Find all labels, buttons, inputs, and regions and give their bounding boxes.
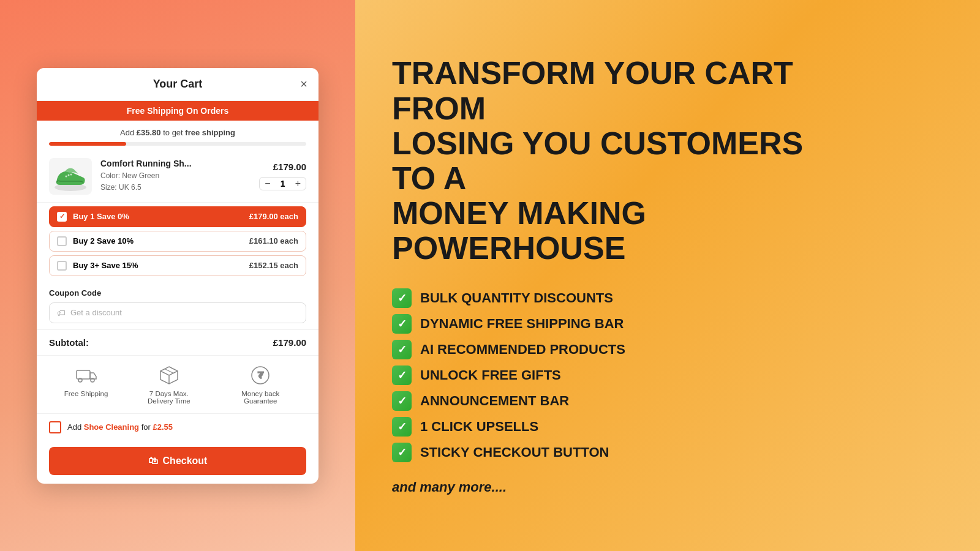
cart-item-section: Comfort Running Sh... Color: New Green S…	[37, 151, 318, 203]
shipping-progress-area: Add £35.80 to get free shipping	[37, 121, 318, 151]
and-more: and many more....	[392, 479, 943, 495]
trust-badge-guarantee-label: Money back Guarantee	[230, 390, 291, 405]
feature-label-6: 1 CLICK UPSELLS	[420, 419, 538, 435]
bulk-option-1[interactable]: Buy 1 Save 0% £179.00 each	[49, 206, 306, 227]
headline-line2: LOSING YOU CUSTOMERS TO A	[392, 126, 803, 196]
feature-item-6: ✓ 1 CLICK UPSELLS	[392, 417, 943, 437]
feature-item-4: ✓ UNLOCK FREE GIFTS	[392, 365, 943, 385]
coupon-label: Coupon Code	[49, 288, 306, 298]
subtotal-section: Subtotal: £179.00	[37, 330, 318, 356]
svg-point-3	[70, 173, 72, 175]
color-label: Color:	[100, 171, 120, 180]
size-value: UK 6.5	[119, 183, 141, 192]
checkout-button[interactable]: 🛍 Checkout	[49, 447, 306, 475]
svg-text:₮: ₮	[258, 371, 264, 380]
item-price-qty: £179.00 − 1 +	[259, 162, 306, 190]
feature-item-5: ✓ ANNOUNCEMENT BAR	[392, 391, 943, 411]
cart-title: Your Cart	[153, 78, 203, 91]
item-price: £179.00	[273, 162, 306, 172]
check-icon-5: ✓	[392, 391, 412, 411]
feature-item-7: ✓ STICKY CHECKOUT BUTTON	[392, 443, 943, 462]
coupon-placeholder: Get a discount	[70, 308, 122, 317]
truck-icon	[75, 364, 97, 386]
bulk-option-1-label: Buy 1 Save 0%	[73, 212, 129, 221]
trust-badge-delivery-label: 7 Days Max. Delivery Time	[138, 390, 200, 405]
check-icon-6: ✓	[392, 417, 412, 437]
item-meta: Color: New Green Size: UK 6.5	[100, 170, 251, 193]
bulk-option-1-left: Buy 1 Save 0%	[57, 212, 129, 222]
headline-line1: TRANSFORM YOUR CART FROM	[392, 55, 793, 126]
bulk-option-3-left: Buy 3+ Save 15%	[57, 261, 138, 271]
check-icon-1: ✓	[392, 288, 412, 308]
left-panel: Your Cart × Free Shipping On Orders Add …	[0, 0, 355, 551]
trust-badge-shipping-label: Free Shipping	[64, 390, 108, 397]
subtotal-value: £179.00	[273, 337, 306, 348]
coupon-section: Coupon Code 🏷 Get a discount	[37, 282, 318, 330]
color-value: New Green	[122, 171, 159, 180]
shipping-suffix: to get	[161, 128, 186, 137]
item-image	[49, 158, 92, 195]
checkout-icon: 🛍	[148, 455, 158, 467]
feature-label-3: AI RECOMMENDED PRODUCTS	[420, 342, 625, 358]
headline: TRANSFORM YOUR CART FROM LOSING YOU CUST…	[392, 56, 821, 266]
check-icon-3: ✓	[392, 340, 412, 359]
feature-label-2: DYNAMIC FREE SHIPPING BAR	[420, 316, 624, 332]
cart-modal: Your Cart × Free Shipping On Orders Add …	[37, 68, 318, 484]
feature-item-2: ✓ DYNAMIC FREE SHIPPING BAR	[392, 314, 943, 334]
upsell-section: Add Shoe Cleaning for £2.55	[37, 414, 318, 441]
bulk-option-2-price: £161.10 each	[249, 236, 298, 246]
check-icon-7: ✓	[392, 443, 412, 462]
item-info: Comfort Running Sh... Color: New Green S…	[100, 159, 251, 193]
free-shipping-banner: Free Shipping On Orders	[37, 101, 318, 121]
qty-decrease-button[interactable]: −	[263, 179, 271, 189]
svg-point-2	[68, 174, 70, 176]
headline-line3: MONEY MAKING POWERHOUSE	[392, 195, 646, 266]
check-icon-4: ✓	[392, 365, 412, 385]
upsell-checkbox[interactable]	[49, 421, 61, 433]
bulk-options: Buy 1 Save 0% £179.00 each Buy 2 Save 10…	[37, 203, 318, 282]
bulk-checkbox-3	[57, 261, 67, 271]
size-label: Size:	[100, 183, 117, 192]
box-icon	[158, 364, 180, 386]
svg-rect-4	[77, 370, 90, 379]
checkout-section: 🛍 Checkout	[37, 441, 318, 484]
progress-bar	[49, 142, 306, 146]
bulk-checkbox-1	[57, 212, 67, 222]
bulk-option-2[interactable]: Buy 2 Save 10% £161.10 each	[49, 231, 306, 252]
trust-badge-shipping: Free Shipping	[64, 364, 108, 405]
check-icon-2: ✓	[392, 314, 412, 334]
bulk-option-1-price: £179.00 each	[249, 212, 298, 221]
bulk-option-2-label: Buy 2 Save 10%	[73, 236, 134, 246]
bulk-option-3[interactable]: Buy 3+ Save 15% £152.15 each	[49, 255, 306, 276]
bulk-checkbox-2	[57, 236, 67, 246]
svg-point-1	[66, 175, 67, 177]
feature-item-3: ✓ AI RECOMMENDED PRODUCTS	[392, 340, 943, 359]
shoe-icon	[51, 160, 89, 192]
guarantee-icon: ₮	[249, 364, 271, 386]
feature-label-4: UNLOCK FREE GIFTS	[420, 367, 561, 383]
progress-bar-fill	[49, 142, 126, 146]
coupon-icon: 🏷	[57, 308, 66, 318]
subtotal-label: Subtotal:	[49, 337, 89, 348]
cart-header: Your Cart ×	[37, 68, 318, 101]
item-name: Comfort Running Sh...	[100, 159, 251, 168]
checkout-label: Checkout	[163, 455, 208, 467]
feature-list: ✓ BULK QUANTITY DISCOUNTS ✓ DYNAMIC FREE…	[392, 288, 943, 462]
shipping-amount: £35.80	[137, 128, 161, 137]
quantity-control: − 1 +	[259, 177, 306, 190]
shipping-prefix: Add	[120, 128, 137, 137]
bulk-option-2-left: Buy 2 Save 10%	[57, 236, 134, 246]
qty-increase-button[interactable]: +	[294, 179, 302, 189]
shipping-free-text: free shipping	[185, 128, 235, 137]
trust-badges: Free Shipping 7 Days Max. Delivery Time …	[37, 356, 318, 414]
coupon-input-wrap[interactable]: 🏷 Get a discount	[49, 302, 306, 323]
feature-label-5: ANNOUNCEMENT BAR	[420, 393, 569, 409]
trust-badge-delivery: 7 Days Max. Delivery Time	[138, 364, 200, 405]
feature-label-1: BULK QUANTITY DISCOUNTS	[420, 290, 613, 306]
feature-label-7: STICKY CHECKOUT BUTTON	[420, 444, 609, 460]
close-button[interactable]: ×	[300, 78, 307, 90]
bulk-option-3-price: £152.15 each	[249, 261, 298, 270]
qty-value: 1	[277, 179, 289, 189]
bulk-option-3-label: Buy 3+ Save 15%	[73, 261, 138, 270]
upsell-text: Add Shoe Cleaning for £2.55	[67, 422, 173, 432]
